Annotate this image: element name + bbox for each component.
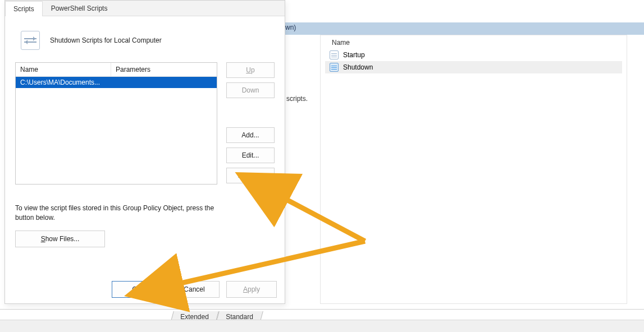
down-button[interactable]: Down (226, 82, 275, 98)
tab-scripts[interactable]: Scripts (5, 1, 43, 16)
up-button[interactable]: Up (226, 62, 275, 78)
list-buttons: Up Down Add... Edit... Remove (226, 62, 275, 185)
col-header-name[interactable]: Name (16, 63, 111, 76)
gp-item-list: Startup Shutdown (321, 49, 627, 73)
scripts-listbox[interactable]: Name Parameters C:\Users\MA\Documents... (15, 62, 217, 185)
dialog-tabstrip: Scripts PowerShell Scripts (5, 1, 285, 16)
gp-item-label: Shutdown (343, 63, 373, 71)
cancel-button[interactable]: Cancel (169, 281, 220, 298)
edit-button[interactable]: Edit... (226, 147, 275, 163)
dialog-body: Shutdown Scripts for Local Computer Name… (5, 16, 285, 276)
gp-titlebar-text: wn) (285, 24, 296, 31)
dialog-title: Shutdown Scripts for Local Computer (50, 36, 162, 44)
script-document-icon (21, 31, 40, 50)
dialog-footer: OK Cancel Apply (112, 281, 277, 298)
gp-item-label: Startup (343, 51, 365, 59)
col-header-parameters[interactable]: Parameters (111, 63, 217, 76)
gp-titlebar-fragment: wn) (281, 22, 644, 35)
script-icon (330, 63, 339, 72)
show-files-button[interactable]: Show Files... (15, 230, 105, 247)
help-text: To view the script files stored in this … (15, 204, 217, 223)
listbox-headers: Name Parameters (16, 63, 217, 77)
gp-item-startup[interactable]: Startup (325, 49, 622, 61)
status-bar (0, 320, 644, 332)
script-row-name: C:\Users\MA\Documents... (16, 77, 217, 87)
gp-column-header-name: Name (321, 35, 627, 49)
script-row[interactable]: C:\Users\MA\Documents... (16, 77, 217, 88)
divider (0, 309, 644, 310)
gp-item-shutdown[interactable]: Shutdown (325, 61, 622, 73)
script-icon (330, 50, 339, 59)
apply-button[interactable]: Apply (226, 281, 277, 298)
dialog-header: Shutdown Scripts for Local Computer (21, 31, 275, 50)
gp-details-pane: Name Startup Shutdown (320, 35, 627, 304)
shutdown-properties-dialog: Scripts PowerShell Scripts Shutdown Scri… (4, 0, 285, 304)
remove-button[interactable]: Remove (226, 168, 275, 183)
ok-button[interactable]: OK (112, 281, 162, 298)
add-button[interactable]: Add... (226, 127, 275, 143)
tab-powershell-scripts[interactable]: PowerShell Scripts (43, 1, 116, 16)
